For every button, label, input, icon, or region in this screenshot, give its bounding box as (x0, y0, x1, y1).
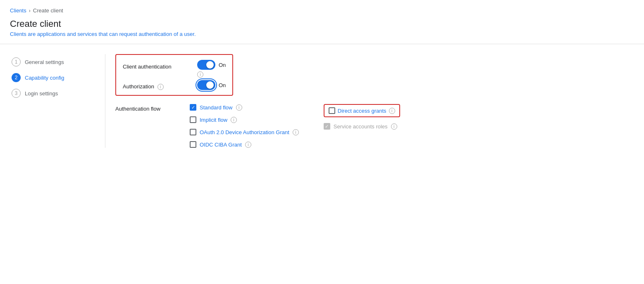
auth-flow-left-col: ✓ Standard flow i Implicit flow i (190, 104, 299, 148)
authorization-toggle[interactable] (197, 80, 215, 90)
auth-flow-section: Authentication flow ✓ Standard flow i (115, 104, 634, 148)
sidebar-item-login-label: Login settings (25, 90, 58, 97)
implicit-flow-label: Implicit flow (200, 117, 227, 123)
oauth-device-info-icon[interactable]: i (293, 129, 299, 135)
breadcrumb: Clients › Create client (0, 0, 644, 17)
auth-flow-options: ✓ Standard flow i Implicit flow i (190, 104, 400, 148)
authorization-control: On (197, 80, 226, 90)
step-2-number: 2 (12, 73, 21, 82)
implicit-flow-row: Implicit flow i (190, 116, 299, 123)
oidc-ciba-label: OIDC CIBA Grant (200, 142, 242, 148)
service-accounts-check-mark: ✓ (325, 124, 329, 129)
step-1-number: 1 (12, 57, 21, 66)
breadcrumb-parent[interactable]: Clients (10, 7, 26, 14)
sidebar-item-login[interactable]: 3 Login settings (10, 85, 97, 101)
authorization-info-icon[interactable]: i (157, 84, 164, 90)
sidebar-item-general-label: General settings (25, 59, 64, 65)
standard-flow-check-mark: ✓ (191, 105, 195, 110)
authorization-toggle-wrap: On (197, 80, 226, 90)
client-auth-control: On (197, 60, 226, 70)
authorization-label: Authorization i (123, 80, 197, 90)
step-3-number: 3 (12, 89, 21, 98)
authorization-row: Authorization i On (123, 80, 226, 90)
page-subtitle: Clients are applications and services th… (10, 31, 634, 37)
main-layout: 1 General settings 2 Capability config 3… (0, 44, 644, 158)
client-auth-label: Client authentication (123, 60, 197, 70)
service-accounts-checkbox[interactable]: ✓ (324, 123, 330, 130)
client-auth-box: Client authentication On i Authorization (115, 54, 233, 96)
standard-flow-row: ✓ Standard flow i (190, 104, 299, 111)
sidebar: 1 General settings 2 Capability config 3… (10, 54, 105, 148)
direct-access-label: Direct access grants (338, 108, 386, 114)
client-auth-toggle[interactable] (197, 60, 215, 70)
direct-access-box: Direct access grants i (324, 104, 400, 117)
page-header: Create client Clients are applications a… (0, 17, 644, 44)
content-area: Client authentication On i Authorization (105, 54, 634, 148)
client-auth-row: Client authentication On (123, 60, 226, 70)
oidc-ciba-row: OIDC CIBA Grant i (190, 141, 299, 148)
implicit-flow-info-icon[interactable]: i (231, 117, 237, 123)
implicit-flow-checkbox[interactable] (190, 116, 196, 123)
client-auth-toggle-wrap: On (197, 60, 226, 70)
service-accounts-label: Service accounts roles (334, 123, 388, 130)
auth-flow-label: Authentication flow (115, 104, 190, 112)
oauth-device-label: OAuth 2.0 Device Authorization Grant (200, 129, 289, 135)
standard-flow-label: Standard flow (200, 104, 233, 111)
breadcrumb-separator: › (29, 8, 31, 14)
service-accounts-row: ✓ Service accounts roles i (324, 123, 400, 130)
standard-flow-info-icon[interactable]: i (236, 104, 242, 111)
authorization-toggle-label: On (219, 82, 226, 88)
direct-access-checkbox[interactable] (329, 107, 335, 114)
page-title: Create client (10, 19, 634, 29)
standard-flow-checkbox[interactable]: ✓ (190, 104, 196, 111)
sidebar-item-capability[interactable]: 2 Capability config (10, 70, 97, 85)
service-accounts-info-icon[interactable]: i (391, 123, 397, 130)
oauth-device-checkbox[interactable] (190, 129, 196, 135)
sidebar-item-capability-label: Capability config (25, 75, 64, 81)
breadcrumb-current: Create client (33, 7, 63, 14)
auth-flow-right-col: Direct access grants i ✓ Service account… (324, 104, 400, 148)
oauth-device-row: OAuth 2.0 Device Authorization Grant i (190, 129, 299, 135)
sidebar-item-general[interactable]: 1 General settings (10, 54, 97, 70)
client-auth-toggle-label: On (219, 62, 226, 68)
oidc-ciba-checkbox[interactable] (190, 141, 196, 148)
oidc-ciba-info-icon[interactable]: i (245, 142, 251, 148)
client-auth-info-icon[interactable]: i (197, 71, 203, 78)
direct-access-info-icon[interactable]: i (389, 108, 395, 114)
